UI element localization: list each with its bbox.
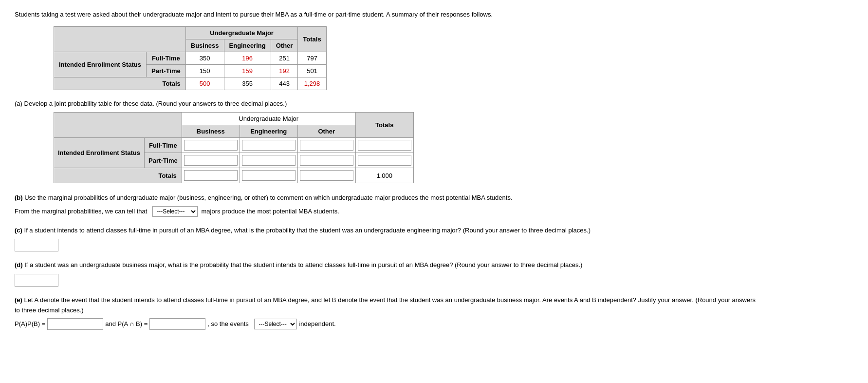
part-e-so-text [251,319,253,329]
pt-engineering-input[interactable] [242,155,295,166]
row-parttime-label: Part-Time [147,64,186,77]
pt-totals-val: 501 [298,64,326,77]
prob-col-group-header: Undergraduate Major [182,113,355,125]
row-fulltime-label: Full-Time [147,52,186,64]
col-engineering-header: Engineering [224,39,271,52]
totals-row-label: Totals [54,77,186,90]
totals-grand-val: 1,298 [298,77,326,90]
prob-col-engineering: Engineering [240,125,297,138]
ft-other-val: 251 [271,52,298,64]
pt-business-input[interactable] [184,155,238,166]
part-e-and-label: and P(A ∩ B) = [105,319,148,329]
prob-row-ft-label: Full-Time [145,138,182,153]
prob-col-other: Other [297,125,355,138]
totals-engineering-input-cell [240,168,297,183]
part-e-panb-input[interactable] [149,318,205,330]
part-e-text: (e) Let A denote the event that the stud… [15,295,853,316]
col-business-header: Business [185,39,224,52]
ft-business-input[interactable] [184,140,238,151]
part-b-suffix: majors produce the most potential MBA st… [202,208,339,215]
pt-other-input[interactable] [300,155,353,166]
ft-totals-input[interactable] [358,140,411,151]
totals-business-val: 500 [185,77,224,90]
pt-business-val: 150 [185,64,224,77]
pt-other-val: 192 [271,64,298,77]
totals-fixed-val: 1.000 [355,168,413,183]
pt-business-input-cell [182,153,240,168]
part-b-inline: From the marginal probabilities, we can … [15,206,853,217]
part-e-so-label: , so the events [207,319,249,329]
part-e-papb-input[interactable] [47,318,103,330]
part-d-answer[interactable] [15,274,58,287]
ft-engineering-input[interactable] [242,140,295,151]
prob-totals-row-label: Totals [54,168,182,183]
part-b-prefix-space [149,208,151,215]
ft-engineering-val: 196 [224,52,271,64]
part-c-answer[interactable] [15,239,58,251]
ft-totals-input-cell [355,138,413,153]
totals-engineering-val: 355 [224,77,271,90]
part-e-independent-label: independent. [299,319,335,329]
totals-header: Totals [298,26,326,52]
pt-engineering-input-cell [240,153,297,168]
pt-totals-input[interactable] [358,155,411,166]
totals-engineering-input[interactable] [242,170,295,181]
major-select[interactable]: ---Select--- business engineering other [152,206,198,217]
totals-other-input[interactable] [300,170,353,181]
ft-business-input-cell [182,138,240,153]
totals-other-val: 443 [271,77,298,90]
pt-engineering-val: 159 [224,64,271,77]
pt-other-input-cell [297,153,355,168]
part-b-label: (b) [15,194,23,201]
intro-text: Students taking a test were asked about … [15,10,853,19]
joint-probability-table: Undergraduate Major Totals Business Engi… [54,112,414,183]
part-b-text: (b) Use the marginal probabilities of un… [15,193,853,203]
pt-totals-input-cell [355,153,413,168]
totals-business-input[interactable] [184,170,238,181]
totals-business-input-cell [182,168,240,183]
prob-totals-header: Totals [355,113,413,138]
ft-other-input-cell [297,138,355,153]
part-a-label: (a) Develop a joint probability table fo… [15,99,853,109]
part-e-inline: P(A)P(B) = and P(A ∩ B) = , so the event… [15,318,853,330]
col-other-header: Other [271,39,298,52]
prob-row-pt-label: Part-Time [145,153,182,168]
ft-engineering-input-cell [240,138,297,153]
part-c-text: (c) If a student intends to attend class… [15,226,853,235]
prob-row-group-label: Intended Enrollment Status [54,138,145,168]
row-group-label: Intended Enrollment Status [54,52,147,77]
ft-totals-val: 797 [298,52,326,64]
ft-business-val: 350 [185,52,224,64]
prob-col-business: Business [182,125,240,138]
ft-other-input[interactable] [300,140,353,151]
part-d-text: (d) If a student was an undergraduate bu… [15,260,853,270]
independent-select[interactable]: ---Select--- are are not [254,319,297,329]
data-summary-table: Undergraduate Major Totals Business Engi… [54,26,327,90]
col-group-header: Undergraduate Major [185,26,298,39]
totals-other-input-cell [297,168,355,183]
part-b-prefix: From the marginal probabilities, we can … [15,208,147,215]
part-e-pab-label: P(A)P(B) = [15,319,45,329]
